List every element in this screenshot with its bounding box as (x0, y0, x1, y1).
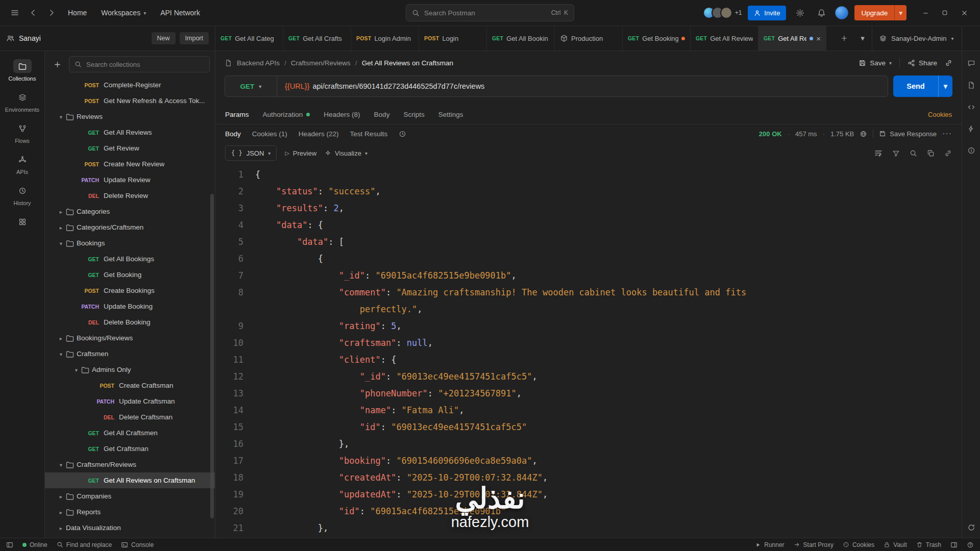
collections-search[interactable] (69, 56, 210, 72)
request-tab[interactable]: POSTLogin (419, 26, 487, 51)
visualize-button[interactable]: Visualize ▾ (325, 149, 368, 157)
method-selector[interactable]: GET ▾ (225, 76, 277, 96)
breadcrumb-request-name[interactable]: Get All Reviews on Craftsman (362, 59, 453, 67)
hamburger-menu-icon[interactable] (7, 5, 22, 20)
request-item[interactable]: POSTCreate Bookings (45, 283, 215, 298)
runner-button[interactable]: Runner (755, 541, 784, 548)
request-section-tab-body[interactable]: Body (374, 111, 390, 118)
format-selector[interactable]: { } JSON ▾ (225, 145, 277, 161)
chevron-right-icon[interactable]: ▸ (56, 335, 66, 341)
rail-item-history[interactable]: History (2, 182, 43, 208)
search-body-icon[interactable] (910, 149, 917, 157)
chevron-right-icon[interactable]: ▸ (56, 209, 66, 215)
forward-arrow-icon[interactable] (44, 5, 59, 20)
collection-folder[interactable]: ▾Admins Only (45, 362, 215, 378)
share-button[interactable]: Share (908, 59, 937, 67)
request-tab[interactable]: POSTLogin Admin (351, 26, 419, 51)
request-tab[interactable]: GETGet All Review (691, 26, 758, 51)
online-status[interactable]: Online (22, 541, 47, 548)
chevron-right-icon[interactable]: ▸ (56, 224, 66, 231)
back-arrow-icon[interactable] (26, 5, 41, 20)
request-item[interactable]: POSTCreate New Review (45, 156, 215, 172)
add-collection-button[interactable] (50, 57, 65, 72)
nav-workspaces[interactable]: Workspaces▾ (95, 6, 152, 20)
response-size[interactable]: 1.75 KB (830, 130, 854, 138)
chevron-down-icon[interactable]: ▾ (56, 114, 66, 120)
trash-button[interactable]: Trash (916, 541, 941, 548)
documentation-icon[interactable] (967, 81, 975, 89)
invite-button[interactable]: Invite (748, 6, 786, 20)
close-window-icon[interactable] (955, 5, 973, 21)
request-item[interactable]: DELDelete Review (45, 188, 215, 204)
chevron-down-icon[interactable]: ▾ (56, 351, 66, 357)
response-section-tab-cookies-1-[interactable]: Cookies (1) (252, 130, 287, 138)
request-item[interactable]: GETGet All Reviews on Craftsman (45, 472, 215, 488)
import-button[interactable]: Import (180, 32, 209, 44)
upgrade-button[interactable]: Upgrade ▾ (854, 5, 906, 20)
chevron-right-icon[interactable]: ▸ (56, 493, 66, 499)
collection-folder[interactable]: ▸Categories/Craftsmen (45, 219, 215, 235)
request-item[interactable]: DELDelete Craftsman (45, 409, 215, 425)
request-item[interactable]: POSTComplete-Register (45, 77, 215, 93)
team-avatars[interactable]: +1 (703, 7, 742, 19)
sidebar-toggle-icon[interactable] (6, 541, 13, 548)
upgrade-chevron-icon[interactable]: ▾ (894, 5, 906, 20)
request-tab[interactable]: GETGet All Crafts (283, 26, 351, 51)
bolt-icon[interactable] (967, 125, 975, 133)
copy-body-icon[interactable] (927, 149, 935, 157)
refresh-icon[interactable] (967, 523, 975, 532)
request-section-tab-headers-8-[interactable]: Headers (8) (324, 111, 360, 118)
save-button[interactable]: Save ▾ (859, 59, 892, 67)
request-item[interactable]: GETGet All Bookings (45, 251, 215, 267)
filter-icon[interactable] (892, 149, 900, 157)
chevron-right-icon[interactable]: ▸ (56, 525, 66, 531)
request-item[interactable]: POSTCreate Craftsman (45, 378, 215, 393)
breadcrumb-folder[interactable]: Craftsmen/Reviews (291, 59, 351, 67)
user-avatar[interactable] (835, 6, 848, 19)
response-body-viewer[interactable]: 1{2 "status": "success",3 "results": 2,4… (215, 163, 962, 538)
settings-gear-icon[interactable] (792, 5, 807, 20)
collection-folder[interactable]: ▾Bookings (45, 235, 215, 251)
request-tab[interactable]: GETGet All Bookin (487, 26, 555, 51)
collection-folder[interactable]: ▸Companies (45, 488, 215, 504)
request-item[interactable]: GETGet Booking (45, 267, 215, 283)
chevron-down-icon[interactable]: ▾ (71, 367, 81, 373)
request-tab[interactable]: GETGet All Review× (758, 26, 826, 51)
info-icon[interactable] (967, 146, 975, 155)
vault-button[interactable]: Vault (884, 541, 906, 548)
find-and-replace-button[interactable]: Find and replace (57, 541, 112, 548)
console-button[interactable]: Console (121, 541, 154, 548)
status-badge[interactable]: 200 OK (759, 130, 782, 138)
rail-item-collections[interactable]: Collections (2, 57, 43, 84)
response-section-tab-test-results[interactable]: Test Results (350, 130, 388, 138)
comments-icon[interactable] (967, 59, 975, 67)
cookies-button[interactable]: Cookies (843, 541, 874, 548)
network-globe-icon[interactable] (860, 130, 867, 138)
rail-item-flows[interactable]: Flows (2, 119, 43, 146)
response-section-tab-body[interactable]: Body (225, 130, 241, 138)
rail-item-environments[interactable]: Environments (2, 88, 43, 115)
request-item[interactable]: GETGet Craftsman (45, 441, 215, 457)
global-search[interactable]: Ctrl K (406, 4, 574, 21)
collection-folder[interactable]: ▸Categories (45, 204, 215, 219)
request-item[interactable]: GETGet Review (45, 140, 215, 156)
chevron-right-icon[interactable]: ▸ (56, 509, 66, 515)
search-input[interactable] (424, 9, 547, 17)
preview-button[interactable]: ▷ Preview (285, 149, 316, 157)
chevron-down-icon[interactable]: ▾ (56, 462, 66, 468)
save-response-button[interactable]: Save Response (879, 130, 937, 138)
collections-search-input[interactable] (86, 61, 204, 68)
request-item[interactable]: POSTGet New Refresh & Access Tok... (45, 93, 215, 109)
request-item[interactable]: PATCHUpdate Review (45, 172, 215, 188)
nav-api-network[interactable]: API Network (155, 6, 206, 20)
nav-home[interactable]: Home (62, 6, 92, 20)
request-item[interactable]: PATCHUpdate Craftsman (45, 393, 215, 409)
collection-folder[interactable]: ▸Reports (45, 504, 215, 520)
request-section-tab-authorization[interactable]: Authorization (263, 111, 310, 118)
collection-folder[interactable]: ▾Craftsmen (45, 346, 215, 362)
request-item[interactable]: DELDelete Booking (45, 314, 215, 330)
scroll-link-icon[interactable] (944, 149, 952, 157)
help-icon[interactable] (967, 541, 974, 548)
environment-selector[interactable]: Sanayi-Dev-Admin ▾ (872, 26, 962, 51)
url-input[interactable]: {{URL}}api/craftsmen/690141d2723d446525d… (277, 82, 492, 90)
